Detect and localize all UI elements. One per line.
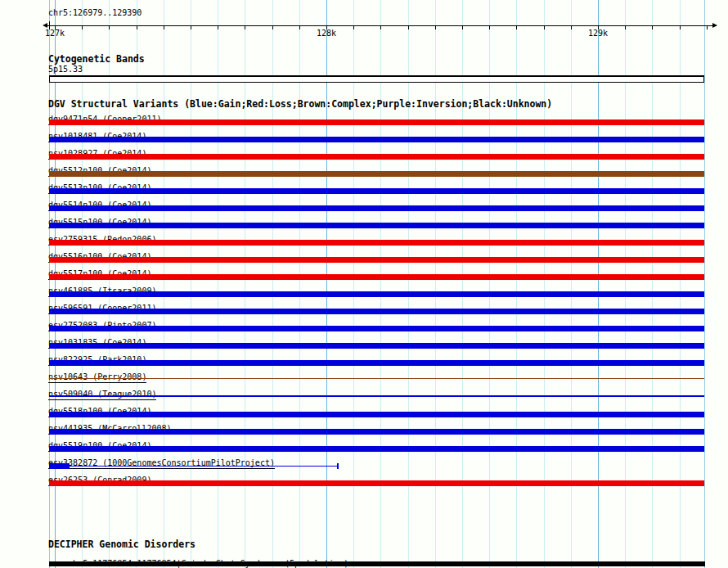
ruler-right-arrow-icon	[712, 23, 717, 28]
dgv-track-title: DGV Structural Variants (Blue:Gain;Red:L…	[48, 99, 552, 109]
variant-bar[interactable]	[49, 257, 704, 263]
ruler-tick	[164, 25, 164, 29]
ruler-tick	[353, 25, 354, 29]
dgv-variant-row: nsv1031835 (Coe2014)	[48, 333, 711, 350]
variant-label[interactable]: esv3382872 (1000GenomesConsortiumPilotPr…	[48, 459, 275, 469]
variant-bar[interactable]	[49, 223, 704, 228]
dgv-variant-row: dgv5513n100 (Coe2014)	[48, 178, 711, 196]
decipher-track-title: DECIPHER Genomic Disorders	[48, 539, 195, 549]
ruler-tick	[109, 25, 110, 29]
dgv-variant-row: esv26253 (Conrad2009)	[48, 471, 711, 488]
ruler-tick-label: 129k	[588, 29, 608, 38]
region-label: chr5:126979..129390	[48, 8, 142, 17]
dgv-variant-row: dgv5514n100 (Coe2014)	[48, 196, 711, 213]
ruler-tick	[272, 25, 273, 29]
ruler-tick	[571, 25, 572, 29]
ruler-left-arrow-icon	[43, 23, 47, 28]
variant-bar[interactable]	[49, 137, 704, 142]
ruler-tick	[489, 25, 490, 29]
dgv-variant-row: dgv5517n100 (Coe2014)	[48, 264, 711, 282]
dgv-variant-row: nsv822925 (Park2010)	[48, 350, 711, 367]
variant-bar[interactable]	[49, 463, 70, 469]
dgv-variant-row: nsv461885 (Itsara2009)	[48, 282, 711, 299]
dgv-variant-row: nsv509040 (Teague2010)	[48, 385, 711, 402]
ruler-tick	[625, 25, 626, 29]
ruler-tick	[516, 25, 517, 29]
variant-bar[interactable]	[49, 205, 704, 211]
ruler-tick	[245, 25, 245, 29]
variant-bar[interactable]	[49, 274, 704, 280]
variant-bar[interactable]	[49, 360, 704, 366]
variant-bar[interactable]	[49, 309, 704, 314]
ruler-tick-label: 128k	[317, 29, 336, 38]
ruler-tick	[652, 25, 653, 29]
cytoband-label: 5p15.33	[48, 65, 83, 74]
ruler-tick-label: 127k	[45, 29, 65, 38]
ruler-tick	[435, 25, 436, 29]
ruler-tick	[82, 25, 83, 29]
dgv-variant-row: dgv5519n100 (Coe2014)	[48, 436, 711, 453]
variant-bar[interactable]	[49, 188, 704, 194]
dgv-variant-row: esv2759315 (Redon2006)	[48, 230, 711, 247]
dgv-variant-row: nsv596591 (Cooper2011)	[48, 299, 711, 316]
variant-bar[interactable]	[49, 343, 704, 349]
ruler-tick	[218, 25, 218, 29]
dgv-variant-row: nsv1028927 (Coe2014)	[48, 144, 711, 161]
variant-bar[interactable]	[49, 446, 704, 452]
dgv-variant-row: nsv10643 (Perry2008)	[48, 367, 711, 385]
ruler-tick	[137, 25, 137, 29]
dgv-variant-row: dgv5515n100 (Coe2014)	[48, 213, 711, 230]
ruler-tick	[462, 25, 463, 29]
decipher-variant-bar[interactable]	[49, 561, 705, 566]
variant-bar[interactable]	[70, 466, 339, 467]
variant-bar[interactable]	[49, 480, 704, 486]
variant-bar[interactable]	[49, 240, 704, 246]
variant-bar[interactable]	[337, 463, 339, 469]
variant-bar[interactable]	[49, 412, 704, 417]
ruler-tick	[544, 25, 545, 29]
variant-bar[interactable]	[49, 395, 704, 397]
ruler-tick	[191, 25, 191, 29]
variant-bar[interactable]	[49, 429, 704, 435]
variant-bar[interactable]	[49, 291, 704, 297]
dgv-variant-row: dgv5516n100 (Coe2014)	[48, 247, 711, 264]
ruler-tick	[707, 25, 708, 29]
ruler-tick	[408, 25, 409, 29]
ruler-tick	[380, 25, 381, 29]
cytoband-rect[interactable]	[49, 75, 704, 83]
dgv-variant-row: nsv441935 (McCarroll2008)	[48, 419, 711, 436]
ruler-tick	[680, 25, 681, 29]
variant-bar[interactable]	[49, 154, 704, 160]
genome-browser-view: chr5:126979..129390 127k128k129k Cytogen…	[0, 0, 728, 568]
dgv-variant-row: esv3382872 (1000GenomesConsortiumPilotPr…	[48, 453, 711, 471]
variant-bar[interactable]	[49, 171, 704, 177]
dgv-variant-row: dgv5518n100 (Coe2014)	[48, 402, 711, 419]
dgv-variant-row: dgv5512n100 (Coe2014)	[48, 161, 711, 178]
ruler-tick	[299, 25, 300, 29]
dgv-variant-row: dgv9471n54 (Cooper2011)	[48, 110, 711, 127]
dgv-variant-row: esv2752083 (Pinto2007)	[48, 316, 711, 333]
variant-bar[interactable]	[49, 119, 704, 125]
cytogenetic-bands-title: Cytogenetic Bands	[48, 54, 145, 64]
variant-bar[interactable]	[49, 378, 704, 379]
variant-bar[interactable]	[49, 326, 704, 331]
dgv-variant-row: nsv1018481 (Coe2014)	[48, 127, 711, 144]
